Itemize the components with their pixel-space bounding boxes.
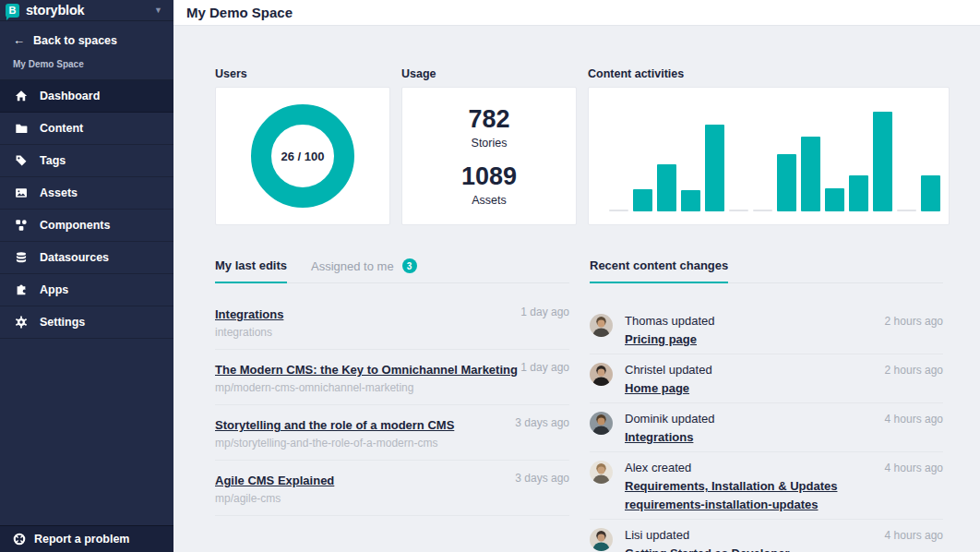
edit-slug: mp/agile-cms: [215, 492, 569, 505]
change-timestamp: 2 hours ago: [885, 315, 943, 328]
change-action-text: Christel updated: [625, 363, 864, 377]
sidebar-item-tags[interactable]: Tags: [0, 145, 173, 177]
recent-change-row: Christel updated Home page 2 hours ago: [590, 354, 943, 403]
sidebar-item-label: Components: [40, 219, 110, 232]
sidebar-item-datasources[interactable]: Datasources: [0, 242, 173, 274]
change-target-link[interactable]: Pricing page: [625, 332, 864, 346]
change-action-text: Dominik updated: [625, 412, 864, 426]
last-edit-row: Storytelling and the role of a modern CM…: [215, 405, 569, 461]
my-edits-panel: My last edits Assigned to me 3 Integrati…: [215, 258, 569, 552]
main-area: My Demo Space Users 26 / 100 Usage 782 S…: [173, 0, 980, 552]
avatar: [590, 412, 613, 435]
activity-bar: [897, 210, 916, 211]
report-a-problem-button[interactable]: Report a problem: [0, 525, 173, 552]
change-action-text: Thomas updated: [625, 314, 864, 328]
sidebar-item-assets[interactable]: Assets: [0, 177, 173, 210]
activity-bar: [849, 175, 868, 211]
change-target-link[interactable]: Home page: [625, 381, 864, 395]
sidebar-item-settings[interactable]: Settings: [0, 306, 173, 339]
assets-label: Assets: [472, 194, 507, 207]
edit-timestamp: 1 day ago: [520, 361, 569, 374]
sidebar-item-components[interactable]: Components: [0, 210, 173, 242]
edit-slug: mp/storytelling-and-the-role-of-a-modern…: [215, 437, 569, 450]
page-title: My Demo Space: [186, 5, 293, 20]
back-arrow-icon: ←: [13, 33, 25, 47]
tab-assigned-to-me[interactable]: Assigned to me 3: [311, 258, 417, 282]
change-target-link[interactable]: requirements-installation-updates: [625, 498, 864, 511]
recent-change-row: Dominik updated Integrations 4 hours ago: [590, 403, 943, 452]
edit-slug: mp/modern-cms-omnichannel-marketing: [215, 381, 569, 394]
edit-timestamp: 3 days ago: [515, 472, 569, 485]
activity-bar: [777, 154, 796, 211]
tab-recent-content-changes[interactable]: Recent content changes: [590, 258, 728, 283]
activity-bar: [801, 137, 820, 211]
stats-cards-row: Users 26 / 100 Usage 782 Stories 1089 As…: [215, 67, 980, 225]
usage-card-column: Usage 782 Stories 1089 Assets: [401, 67, 577, 225]
stories-label: Stories: [472, 137, 508, 150]
users-card: 26 / 100: [215, 87, 390, 225]
users-card-label: Users: [215, 67, 390, 80]
sidebar-item-label: Settings: [40, 316, 85, 329]
image-icon: [14, 186, 28, 200]
sidebar-item-dashboard[interactable]: Dashboard: [0, 80, 173, 113]
change-target-link[interactable]: Integrations: [625, 430, 864, 444]
recent-change-row: Lisi updated Getting Started as Develope…: [590, 520, 943, 552]
sidebar-item-label: Content: [40, 122, 83, 135]
dashboard-content: Users 26 / 100 Usage 782 Stories 1089 As…: [173, 26, 980, 552]
tag-icon: [14, 154, 28, 168]
tab-my-last-edits[interactable]: My last edits: [215, 258, 287, 283]
avatar: [590, 314, 613, 337]
sidebar-item-label: Tags: [40, 154, 66, 167]
sidebar-item-label: Dashboard: [40, 90, 100, 102]
edit-title-link[interactable]: Agile CMS Explained: [215, 474, 334, 487]
change-target-link[interactable]: Requirements, Installation & Updates: [625, 479, 864, 493]
edits-tabs: My last edits Assigned to me 3: [215, 258, 569, 283]
users-card-column: Users 26 / 100: [215, 67, 390, 225]
report-a-problem-label: Report a problem: [34, 533, 130, 546]
space-switcher[interactable]: B storyblok ▼: [0, 0, 173, 21]
usage-card-label: Usage: [401, 67, 577, 80]
sidebar: B storyblok ▼ ← Back to spaces My Demo S…: [0, 0, 173, 552]
activity-bar: [705, 125, 724, 211]
sidebar-spacer: [0, 339, 173, 525]
back-to-spaces-label: Back to spaces: [33, 34, 117, 47]
users-count: 26 / 100: [281, 150, 325, 163]
edit-timestamp: 1 day ago: [520, 306, 569, 318]
topbar: My Demo Space: [173, 0, 980, 26]
edit-title-link[interactable]: Storytelling and the role of a modern CM…: [215, 418, 454, 432]
usage-card: 782 Stories 1089 Assets: [401, 87, 577, 225]
database-icon: [14, 251, 28, 265]
back-to-spaces-link[interactable]: ← Back to spaces: [0, 21, 173, 47]
assigned-count-badge: 3: [402, 258, 417, 273]
tab-assigned-to-me-label: Assigned to me: [311, 259, 394, 273]
edit-title-link[interactable]: The Modern CMS: the Key to Omnichannel M…: [215, 363, 518, 377]
activity-bar: [753, 210, 772, 211]
activity-bar: [633, 189, 652, 211]
recent-changes-list: Thomas updated Pricing page 2 hours ago …: [590, 306, 943, 552]
change-action-text: Alex created: [625, 461, 864, 474]
sidebar-nav: Dashboard Content Tags Assets Components…: [0, 79, 173, 339]
activities-card-column: Content activities: [588, 67, 950, 225]
last-edit-row: Integrations integrations 1 day ago: [215, 294, 569, 350]
last-edit-row: The Modern CMS: the Key to Omnichannel M…: [215, 350, 569, 405]
life-buoy-icon: [12, 533, 26, 546]
users-donut-chart: 26 / 100: [251, 104, 354, 208]
change-target-link[interactable]: Getting Started as Developer: [625, 546, 864, 552]
activity-bar: [681, 190, 700, 211]
edit-title-link[interactable]: Integrations: [215, 307, 283, 321]
change-timestamp: 4 hours ago: [885, 462, 943, 474]
sidebar-item-content[interactable]: Content: [0, 113, 173, 145]
blocks-icon: [14, 219, 28, 233]
activity-bar: [873, 112, 892, 211]
change-timestamp: 2 hours ago: [885, 364, 943, 377]
change-timestamp: 4 hours ago: [885, 529, 943, 542]
change-action-text: Lisi updated: [625, 528, 864, 542]
lower-section: My last edits Assigned to me 3 Integrati…: [215, 258, 980, 552]
avatar: [590, 461, 613, 484]
puzzle-icon: [14, 283, 28, 297]
sidebar-item-apps[interactable]: Apps: [0, 274, 173, 306]
last-edits-list: Integrations integrations 1 day ago The …: [215, 294, 569, 516]
folder-icon: [14, 122, 28, 136]
current-space-name: My Demo Space: [0, 47, 173, 79]
chevron-down-icon[interactable]: ▼: [154, 6, 162, 15]
